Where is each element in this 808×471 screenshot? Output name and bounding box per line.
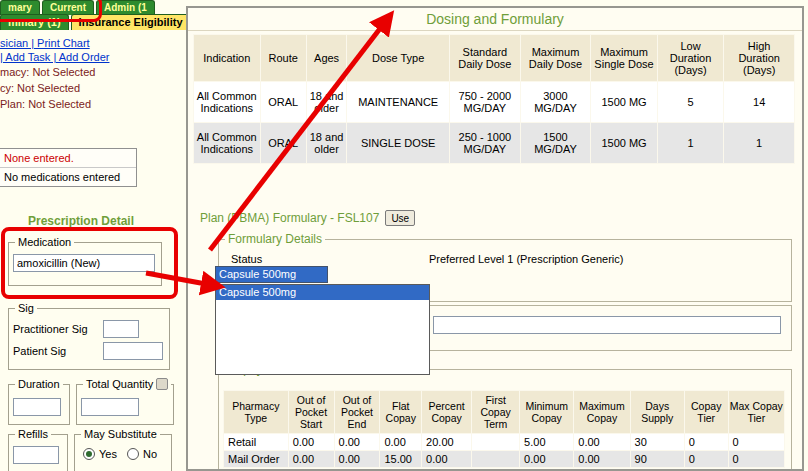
dosing-cell: All Common Indications	[194, 82, 261, 123]
copay-cell: 0	[684, 434, 728, 451]
copay-header: First Copay Term	[472, 391, 520, 434]
dosing-cell: 14	[724, 82, 795, 123]
dosing-cell: 1500 MG/DAY	[520, 123, 591, 164]
copay-header: Minimum Copay	[520, 391, 574, 434]
substitute-no-label: No	[143, 448, 157, 460]
dosing-header: Low Duration (Days)	[657, 35, 724, 82]
calculator-icon[interactable]	[156, 378, 168, 390]
copay-cell: 5.00	[520, 434, 574, 451]
may-substitute-label: May Substitute	[81, 428, 160, 440]
copay-cell: Mail Order	[224, 451, 289, 468]
dosing-header: Route	[260, 35, 306, 82]
plan-formulary-heading: Plan (PBMA) Formulary - FSL107	[200, 211, 379, 225]
alerts-box: None entered. No medications entered	[0, 148, 137, 187]
copay-cell: 0	[728, 451, 784, 468]
copay-row: Mail Order 0.00 0.00 15.00 0.00 0.00 0.0…	[224, 451, 785, 468]
dosing-cell: 1500 MG	[591, 82, 658, 123]
plan-status-text: Plan: Not Selected	[0, 98, 91, 110]
add-task-add-order-links[interactable]: | Add Task | Add Order	[0, 51, 109, 63]
copay-cell: 0.00	[422, 451, 472, 468]
dosing-cell: 1500 MG	[591, 123, 658, 164]
copay-cell: 0.00	[380, 434, 422, 451]
dosing-cell: MAINTENANCE	[347, 82, 450, 123]
copay-header: Out of Pocket End	[334, 391, 380, 434]
copay-header: Maximum Copay	[574, 391, 630, 434]
dosing-header: Maximum Single Dose	[591, 35, 658, 82]
dosing-header: Standard Daily Dose	[450, 35, 521, 82]
dosing-header: Dose Type	[347, 35, 450, 82]
copay-header: Copay Tier	[684, 391, 728, 434]
sig-legend: Sig	[15, 302, 37, 314]
dosing-header: Maximum Daily Dose	[520, 35, 591, 82]
total-quantity-input[interactable]	[81, 398, 139, 416]
tab-admin[interactable]: Admin (1	[96, 0, 155, 15]
dosing-row: All Common Indications ORAL 18 and older…	[194, 82, 795, 123]
dosing-cell: 1	[724, 123, 795, 164]
tab-bar-top: mary Current Admin (1	[0, 0, 155, 15]
copay-cell: 0	[684, 451, 728, 468]
sig-fieldset: Sig Practitioner Sig Patient Sig	[8, 302, 170, 370]
copay-details-fieldset: Copay Details Pharmacy Type Out of Pocke…	[218, 362, 792, 471]
dosing-cell: 1	[657, 123, 724, 164]
physician-print-chart-links[interactable]: sician | Print Chart	[0, 37, 90, 49]
dose-form-option[interactable]: Capsule 500mg	[216, 285, 429, 300]
tab-bar-second: mmary (1) Insurance Eligibility	[0, 14, 191, 30]
dose-form-combobox[interactable]: Capsule 500mg	[215, 266, 328, 283]
tab-summary[interactable]: mary	[0, 0, 40, 15]
dosing-header: High Duration (Days)	[724, 35, 795, 82]
copay-header: Flat Copay	[380, 391, 422, 434]
copay-table: Pharmacy Type Out of Pocket Start Out of…	[223, 390, 785, 468]
dosing-cell: ORAL	[260, 82, 306, 123]
copay-header: Out of Pocket Start	[288, 391, 334, 434]
copay-header: Percent Copay	[422, 391, 472, 434]
duration-input[interactable]	[13, 398, 61, 416]
duration-fieldset: Duration	[8, 378, 70, 425]
copay-cell: 0.00	[288, 451, 334, 468]
substitute-yes-label: Yes	[99, 448, 117, 460]
dosing-cell: ORAL	[260, 123, 306, 164]
copay-cell: 15.00	[380, 451, 422, 468]
copay-cell: 0	[728, 434, 784, 451]
refills-input[interactable]	[13, 446, 59, 464]
dosing-cell: 750 - 2000 MG/DAY	[450, 82, 521, 123]
dosing-header: Indication	[194, 35, 261, 82]
copay-header: Days Supply	[630, 391, 684, 434]
dosing-formulary-dialog: Dosing and Formulary Indication Route Ag…	[186, 6, 804, 471]
policy-status-text: cy: Not Selected	[0, 82, 80, 94]
medication-fieldset: Medication	[8, 236, 162, 286]
substitute-no-radio[interactable]	[127, 448, 139, 460]
copay-cell: 0.00	[334, 434, 380, 451]
copay-cell: Retail	[224, 434, 289, 451]
allergies-none-entered-text: None entered.	[0, 149, 136, 168]
prescription-detail-title: Prescription Detail	[28, 214, 134, 228]
use-button[interactable]: Use	[385, 210, 415, 226]
refills-fieldset: Refills	[8, 428, 68, 471]
medication-input[interactable]	[13, 254, 155, 272]
duration-legend: Duration	[15, 378, 63, 390]
dosing-header: Ages	[306, 35, 346, 82]
dosing-cell: 18 and older	[306, 82, 346, 123]
refills-label: Refills	[15, 428, 51, 440]
dosing-cell: SINGLE DOSE	[347, 123, 450, 164]
practitioner-sig-input[interactable]	[103, 320, 139, 338]
copay-cell	[472, 434, 520, 451]
copay-cell: 90	[630, 451, 684, 468]
dosing-row: All Common Indications ORAL 18 and older…	[194, 123, 795, 164]
page: mary Current Admin (1 mmary (1) Insuranc…	[0, 0, 808, 471]
copay-header-row: Pharmacy Type Out of Pocket Start Out of…	[224, 391, 785, 434]
dialog-title: Dosing and Formulary	[188, 8, 802, 31]
copay-cell: 0.00	[288, 434, 334, 451]
copay-cell	[472, 451, 520, 468]
tab-current[interactable]: Current	[42, 0, 94, 15]
practitioner-sig-label: Practitioner Sig	[13, 323, 103, 335]
tab-summary-1[interactable]: mmary (1)	[0, 14, 69, 30]
copay-header: Max Copay Tier	[728, 391, 784, 434]
dosing-cell: All Common Indications	[194, 123, 261, 164]
substitute-yes-radio[interactable]	[83, 448, 95, 460]
coverage-input[interactable]	[433, 316, 781, 334]
dosing-cell: 5	[657, 82, 724, 123]
dosing-cell: 3000 MG/DAY	[520, 82, 591, 123]
dosing-table: Indication Route Ages Dose Type Standard…	[193, 34, 795, 164]
patient-sig-input[interactable]	[103, 342, 163, 360]
tab-insurance-eligibility[interactable]: Insurance Eligibility	[71, 14, 191, 30]
